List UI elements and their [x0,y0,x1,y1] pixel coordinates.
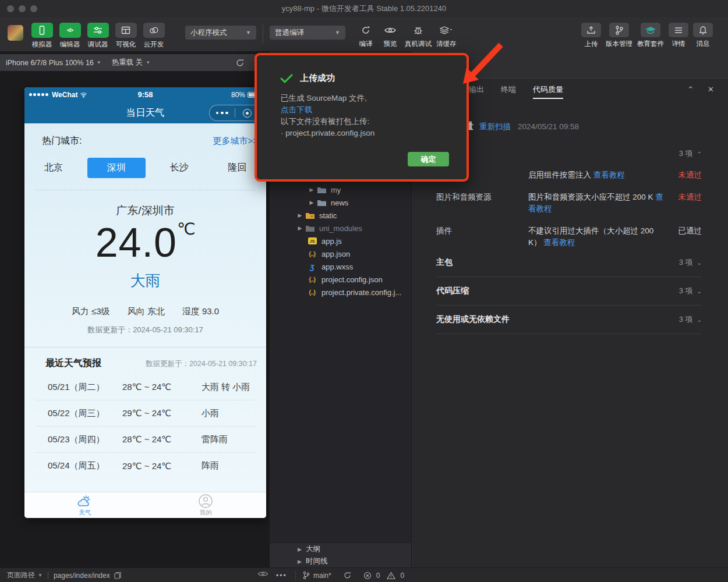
restart-simulator-button[interactable] [235,58,245,68]
quality-group-header[interactable]: 3 项 ⌃ [436,148,702,159]
main-toolbar: 模拟器 </> 编辑器 调试器 可视化 云开发 小程序模式 ▼ 普通编译 ▼ [0,17,728,51]
chevron-down-icon: ⌄ [697,288,702,294]
view-tutorial-link[interactable]: 查看教程 [543,238,575,247]
page-path-value[interactable]: pages/index/index [54,572,110,580]
tree-file-app-json[interactable]: {..} app.json [270,247,411,260]
tab-code-quality[interactable]: 代码质量 [533,79,563,100]
chevron-right-icon: ▶ [298,546,302,552]
layers-icon [439,25,454,36]
capsule-menu-button[interactable] [210,112,235,115]
close-panel-icon[interactable]: ✕ [708,85,714,94]
eye-icon[interactable] [257,570,268,578]
tree-file-project-private-config[interactable]: {..} project.private.config.j... [270,286,411,299]
quality-row-components: 组件 启用组件按需注入 查看教程 未通过 [436,169,702,181]
tree-folder-static[interactable]: ▶ static [270,209,411,222]
debugger-button[interactable]: 调试器 [84,23,112,49]
modal-line3: · project.private.config.json [281,129,374,137]
tree-folder-news[interactable]: ▶ news [270,196,411,209]
city-option-beijing[interactable]: 北京 [24,158,83,178]
section-code-compression[interactable]: 代码压缩 3 项 ⌄ [436,277,702,306]
timeline-section[interactable]: ▶ 时间线 [270,555,411,567]
modal-line1: 已生成 SourceMap 文件, [281,94,367,102]
section-unused-files[interactable]: 无使用或无依赖文件 3 项 ⌄ [436,306,702,334]
branch-name[interactable]: main* [313,572,331,580]
wind-power: 风力 ≤3级 [72,306,110,317]
explorer-bottom-sections: ▶ 大纲 ▶ 时间线 [270,542,411,567]
warnings-icon[interactable] [387,572,395,580]
chevron-down-icon: ▼ [240,30,251,36]
forecast-list: 05/21（周二） 28℃ ~ 24℃ 大雨 转 小雨 05/22（周三） 29… [24,374,266,479]
errors-icon[interactable] [363,572,372,580]
wxss-file-icon: ʒ [306,262,318,271]
hot-cities-label: 热门城市: [42,135,82,147]
folder-icon [316,186,327,194]
tune-icon [92,26,104,35]
confirm-button[interactable]: 确定 [408,152,449,166]
chevron-right-icon: ▶ [308,200,316,205]
education-suite-button[interactable]: 教育套件 [637,23,664,48]
clear-cache-button[interactable]: 清缓存 [436,23,457,48]
tree-file-app-wxss[interactable]: ʒ app.wxss [270,260,411,273]
weather-details: 风力 ≤3级 风向 东北 湿度 93.0 [24,306,266,317]
tree-file-app-js[interactable]: JS app.js [270,235,411,247]
warning-count: 0 [400,572,404,580]
tree-folder-uni-modules[interactable]: ▶ uni_modules [270,222,411,235]
json-file-icon: {..} [306,289,318,296]
device-selector[interactable]: iPhone 6/7/8 Plus 100% 16 ▼ [6,59,101,67]
compile-button[interactable]: 编译 [356,23,376,48]
more-cities-link[interactable]: 更多城市>> [213,136,258,147]
upload-icon [586,25,596,36]
editor-button[interactable]: </> 编辑器 [56,23,84,49]
tree-file-project-config[interactable]: {..} project.config.json [270,273,411,286]
copy-icon[interactable] [114,572,121,579]
refresh-icon [360,24,372,36]
simulator-panel: iPhone 6/7/8 Plus 100% 16 ▼ 热重载 关 ▼ [0,51,269,567]
details-button[interactable]: 详情 [669,23,688,48]
collapse-panel-icon[interactable]: ⌃ [687,85,694,94]
more-options-icon[interactable]: ••• [276,568,287,582]
chevron-down-icon: ▼ [97,60,101,65]
download-sourcemap-link[interactable]: 点击下载 [281,104,467,116]
simulator-button[interactable]: 模拟器 [28,23,56,49]
preview-button[interactable]: 预览 [380,23,400,48]
chevron-up-icon: ⌃ [697,151,702,157]
sync-icon[interactable] [343,571,352,580]
quality-row-media: 图片和音频资源 图片和音频资源大小应不超过 200 K 查看教程 未通过 [436,191,702,215]
hot-reload-toggle[interactable]: 热重载 关 ▼ [112,58,150,68]
tab-terminal[interactable]: 终端 [501,79,516,100]
forecast-row: 05/24（周五） 29℃ ~ 24℃ 阵雨 [36,453,255,479]
remote-debug-button[interactable]: 真机调试 [405,23,432,48]
status-badge: 已通过 [669,225,702,249]
page-path-label[interactable]: 页面路径 [7,570,35,580]
chevron-down-icon: ⌄ [697,317,702,323]
city-option-shenzhen-selected[interactable]: 深圳 [87,158,146,178]
messages-button[interactable]: 消息 [693,23,713,48]
mode-dropdown[interactable]: 小程序模式 ▼ [185,26,256,40]
view-tutorial-link[interactable]: 查看教程 [593,171,625,179]
upload-button[interactable]: 上传 [581,23,601,48]
miniprogram-capsule [209,105,260,121]
tab-output[interactable]: 输出 [469,79,484,100]
window-title: ycy88-mp - 微信开发者工具 Stable 1.05.2201240 [0,3,728,14]
phone-screen: WeChat 9:58 80% 当日天气 [24,87,266,518]
location-label: 广东/深圳市 [24,203,266,218]
rescan-link[interactable]: 重新扫描 [479,122,511,132]
quality-row-plugins: 插件 不建议引用过大插件（大小超过 200 K） 查看教程 已通过 [436,225,702,249]
tab-weather[interactable]: 天气 [24,492,146,518]
code-icon: </> [67,27,73,33]
user-avatar[interactable] [8,25,23,41]
folder-icon [316,199,327,207]
city-option-changsha[interactable]: 长沙 [150,158,208,178]
wind-direction: 风向 东北 [128,306,165,317]
section-main-package[interactable]: 主包 3 项 ⌄ [436,249,702,277]
compile-mode-dropdown[interactable]: 普通编译 ▼ [270,26,345,40]
tab-profile[interactable]: 我的 [146,492,267,518]
forecast-title: 最近天气预报 [45,357,101,370]
page-title: 当日天气 [126,107,165,119]
git-branch-icon [614,25,624,36]
visualization-button[interactable]: 可视化 [112,23,140,49]
cloud-dev-button[interactable]: 云开发 [140,23,168,49]
outline-section[interactable]: ▶ 大纲 [270,543,411,555]
version-control-button[interactable]: 版本管理 [606,23,632,48]
tree-folder-my[interactable]: ▶ my [270,183,411,196]
